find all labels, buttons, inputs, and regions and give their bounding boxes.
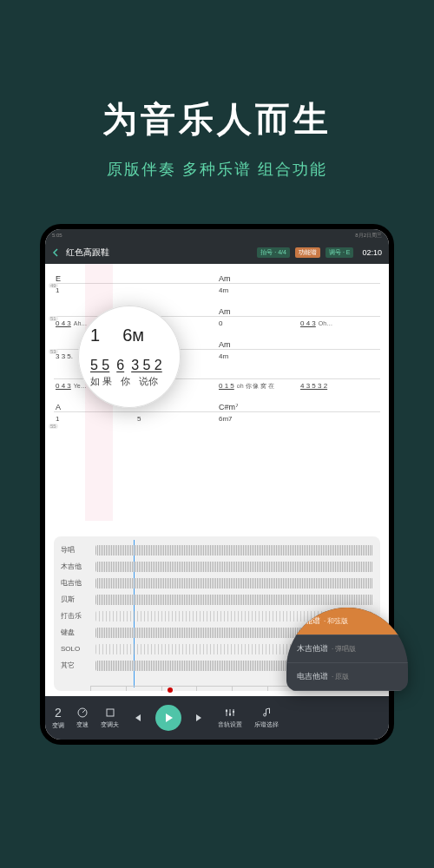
speed-control[interactable]: 变速 [76,707,89,729]
bar-number: 55 [49,424,58,429]
track-row[interactable]: 木吉他 [61,558,373,575]
play-button[interactable] [155,705,181,731]
music-note-icon [260,707,273,719]
capo-icon [104,707,116,719]
badge-mode[interactable]: 功能谱 [295,247,320,258]
track-label: 键盘 [61,628,90,637]
magnifier-lens: 1 6м 5 5 6 3 5 2 如 果 你 说你 [78,306,181,408]
status-time: 5:05 [52,233,62,238]
svg-point-4 [233,711,234,713]
track-waveform [95,545,373,556]
track-waveform [95,595,373,605]
track-row[interactable]: 导唱 [61,542,373,558]
track-label: 电吉他 [61,578,90,588]
play-icon [162,712,174,724]
tablet-frame: 5:05 8月2日周三 红色高跟鞋 拍号 · 4/4 功能谱 调号 · E 02… [40,224,394,745]
score-select-button[interactable]: 乐谱选择 [254,707,279,729]
svg-point-3 [229,713,231,715]
bar-number: 51 [49,316,58,321]
status-bar: 5:05 8月2日周三 [45,229,389,241]
hero-subtitle: 原版伴奏 多种乐谱 组合功能 [0,159,434,180]
prev-button[interactable] [131,712,143,724]
track-label: 其它 [61,661,90,670]
hero-title: 为音乐人而生 [0,95,434,143]
player-bar: 2 变调 变速 变调夫 音轨设置 [45,696,389,740]
track-label: SOLO [61,645,90,653]
badge-time-signature[interactable]: 拍号 · 4/4 [257,247,290,258]
track-label: 贝斯 [61,595,90,604]
tracks-settings-button[interactable]: 音轨设置 [218,707,242,729]
song-title: 红色高跟鞋 [66,247,252,259]
timeline-marker[interactable] [168,687,173,693]
bar-number: 49 [49,283,58,288]
nav-time: 02:10 [362,248,382,257]
track-label: 导唱 [61,545,90,555]
popup-item[interactable]: 电吉他谱· 原版 [286,663,408,691]
next-button[interactable] [194,712,206,724]
speed-icon [76,707,89,719]
track-label: 木吉他 [61,562,90,571]
track-row[interactable]: 电吉他 [61,575,373,591]
section-control[interactable]: 变调夫 [101,707,119,729]
track-waveform [95,562,373,572]
track-row[interactable]: 贝斯 [61,591,373,608]
chevron-left-icon [52,248,61,257]
bar-number: 53 [49,349,58,354]
sliders-icon [224,707,236,719]
hero: 为音乐人而生 原版伴奏 多种乐谱 组合功能 [0,0,434,180]
back-button[interactable] [52,248,61,257]
badge-key[interactable]: 调号 · E [326,247,354,258]
popup-item[interactable]: 木吉他谱· 弹唱版 [286,635,408,663]
track-label: 打击乐 [61,611,90,621]
transpose-control[interactable]: 2 变调 [52,706,64,730]
skip-forward-icon [194,712,206,724]
nav-bar: 红色高跟鞋 拍号 · 4/4 功能谱 调号 · E 02:10 [45,241,389,264]
svg-point-2 [226,710,227,712]
skip-back-icon [131,712,143,724]
status-date: 8月2日周三 [355,232,382,240]
track-waveform [95,578,373,589]
svg-rect-1 [107,709,114,716]
